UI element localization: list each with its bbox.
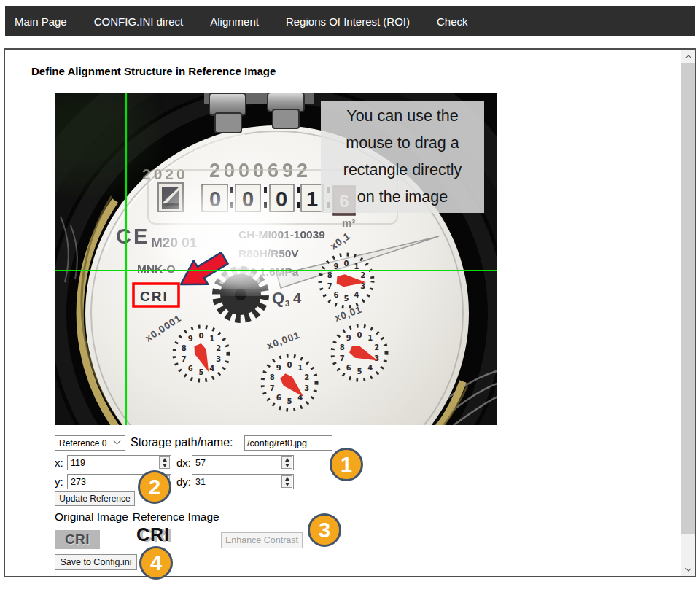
- spin-up-icon: [163, 458, 167, 462]
- ce-mark: CE: [116, 225, 149, 248]
- svg-text:7: 7: [340, 354, 345, 362]
- svg-text:6: 6: [188, 365, 193, 373]
- scroll-up-button[interactable]: [681, 50, 695, 63]
- svg-text:0: 0: [199, 332, 204, 340]
- spin-down-icon: [163, 464, 167, 467]
- nav-check[interactable]: Check: [437, 15, 468, 28]
- svg-text:6: 6: [346, 364, 351, 372]
- spin-down-icon: [285, 464, 289, 467]
- svg-text:MNK-O: MNK-O: [137, 262, 176, 275]
- nav-roi[interactable]: Regions Of Interest (ROI): [286, 15, 410, 28]
- alignment-page-frame: Define Alignment Structure in Reference …: [4, 48, 696, 578]
- spin-up-icon: [285, 458, 289, 462]
- svg-text:5: 5: [287, 397, 292, 405]
- svg-text:1: 1: [298, 364, 303, 372]
- nav-main-page[interactable]: Main Page: [15, 15, 67, 28]
- svg-text:6: 6: [333, 291, 338, 299]
- svg-text:7: 7: [182, 355, 187, 363]
- dx-input[interactable]: [192, 455, 294, 470]
- nav-config-ini[interactable]: CONFIG.INI direct: [94, 15, 184, 28]
- scrollbar-thumb[interactable]: [681, 63, 695, 534]
- alignment-target-text: CRI: [140, 289, 168, 304]
- svg-text:0: 0: [287, 361, 292, 369]
- dy-input-spinner[interactable]: [281, 475, 292, 488]
- svg-text:9: 9: [188, 335, 193, 343]
- callout-badge-1: 1: [330, 448, 363, 481]
- svg-text:1: 1: [306, 187, 318, 211]
- svg-text:7: 7: [327, 282, 332, 290]
- svg-text:2: 2: [304, 373, 309, 381]
- callout-badge-4: 4: [139, 546, 173, 580]
- svg-text:5: 5: [344, 295, 349, 303]
- dy-input-field[interactable]: [192, 474, 294, 489]
- scroll-down-button[interactable]: [681, 562, 695, 576]
- svg-text:3: 3: [216, 355, 221, 363]
- svg-text:8: 8: [327, 271, 332, 279]
- chevron-down-icon: [114, 438, 121, 445]
- x-input-field[interactable]: [67, 455, 171, 470]
- update-reference-button[interactable]: Update Reference: [55, 491, 135, 506]
- svg-text:2: 2: [360, 271, 365, 279]
- nav-alignment[interactable]: Alignment: [210, 15, 259, 28]
- x-label: x:: [55, 455, 63, 470]
- svg-text:1: 1: [209, 335, 214, 343]
- svg-text:5: 5: [357, 368, 362, 376]
- dx-input-field[interactable]: [192, 455, 294, 470]
- y-label: y:: [55, 474, 63, 489]
- dy-label: dy:: [176, 474, 191, 489]
- svg-text:0: 0: [357, 331, 362, 339]
- reference-image-canvas[interactable]: 2020 2000692: [55, 93, 497, 425]
- storage-path-label: Storage path/name:: [131, 435, 233, 451]
- callout-badge-2: 2: [138, 470, 171, 504]
- drag-hint-overlay: You can use the mouse to drag a rectangl…: [321, 101, 484, 213]
- spin-down-icon: [285, 483, 289, 486]
- dx-label: dx:: [176, 455, 191, 470]
- reference-select[interactable]: Reference 0: [55, 435, 125, 451]
- original-crop-image: CRI: [55, 530, 100, 549]
- meter-unit-label: m³: [342, 217, 355, 229]
- vertical-scrollbar[interactable]: [681, 50, 695, 576]
- svg-text:4: 4: [354, 291, 359, 299]
- svg-text:3: 3: [304, 384, 309, 392]
- svg-text:1: 1: [354, 262, 359, 271]
- crop-labels: Original Image Reference Image: [55, 510, 219, 524]
- svg-text:8: 8: [340, 343, 345, 351]
- x-input[interactable]: [67, 455, 171, 470]
- dx-input-spinner[interactable]: [281, 456, 292, 469]
- storage-path-input[interactable]: [244, 435, 332, 451]
- svg-text:8: 8: [182, 344, 187, 352]
- svg-text:9: 9: [346, 334, 351, 342]
- save-to-config-button[interactable]: Save to Config.ini: [55, 554, 137, 570]
- enhance-contrast-button[interactable]: Enhance Contrast: [221, 532, 303, 548]
- svg-text:9: 9: [276, 364, 281, 372]
- chevron-down-icon: [685, 565, 691, 571]
- svg-text:0: 0: [276, 187, 287, 211]
- chevron-up-icon: [685, 55, 691, 61]
- svg-text:Q: Q: [272, 289, 284, 307]
- svg-text:4: 4: [209, 365, 214, 373]
- page-title: Define Alignment Structure in Reference …: [31, 65, 276, 77]
- x-input-spinner[interactable]: [159, 456, 170, 469]
- svg-text:9: 9: [333, 262, 338, 271]
- svg-text:3: 3: [374, 354, 379, 362]
- svg-text:5: 5: [199, 368, 204, 376]
- svg-text:7: 7: [270, 384, 275, 392]
- spin-up-icon: [285, 477, 289, 481]
- svg-text:0: 0: [344, 260, 349, 268]
- dy-input[interactable]: [192, 474, 294, 489]
- reference-crop-image: CRI: [122, 524, 184, 545]
- svg-text:2: 2: [374, 343, 379, 351]
- svg-text:3: 3: [285, 299, 289, 308]
- svg-text:2: 2: [216, 344, 221, 352]
- svg-text:4: 4: [368, 364, 373, 372]
- top-navigation: Main Page CONFIG.INI direct Alignment Re…: [5, 6, 695, 36]
- svg-text:6: 6: [276, 394, 281, 402]
- svg-text:4: 4: [293, 290, 302, 306]
- svg-text:8: 8: [270, 373, 275, 381]
- reference-image-label: Reference Image: [133, 510, 219, 524]
- original-image-label: Original Image: [55, 510, 128, 524]
- svg-text:1: 1: [368, 334, 373, 342]
- callout-badge-3: 3: [308, 513, 341, 547]
